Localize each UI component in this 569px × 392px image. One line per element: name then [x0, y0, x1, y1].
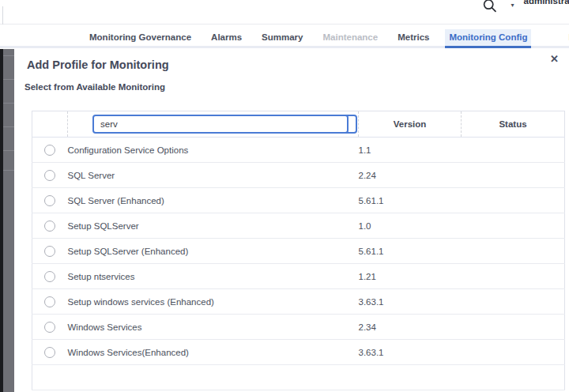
- column-header-version: Version: [359, 111, 462, 138]
- screen: ▾ administrator Monitoring GovernanceAla…: [0, 0, 569, 392]
- monitoring-table: Version Status Configuration Service Opt…: [32, 111, 565, 390]
- version-cell: 1.21: [359, 264, 462, 289]
- row-radio-cell: [32, 163, 68, 188]
- status-cell: [462, 340, 565, 365]
- profile-name-cell: Windows Services: [68, 315, 359, 340]
- table-row[interactable]: Windows Services2.34: [32, 315, 565, 340]
- profile-name-cell: Windows Services(Enhanced): [68, 340, 359, 365]
- version-cell: 2.24: [359, 163, 462, 188]
- user-menu-caret-icon[interactable]: ▾: [511, 2, 514, 9]
- status-cell: [462, 213, 565, 239]
- search-input-wrap: [92, 115, 347, 134]
- version-cell: 1.1: [359, 138, 462, 163]
- status-cell: [462, 264, 565, 289]
- backdrop-row-line: [3, 103, 14, 104]
- profile-name-cell: SQL Server (Enhanced): [68, 188, 359, 213]
- profile-name-cell: SQL Server: [68, 163, 359, 188]
- row-radio-cell: [32, 188, 68, 213]
- radio-button[interactable]: [44, 246, 55, 257]
- tabbar: Monitoring GovernanceAlarmsSummaryMainte…: [0, 24, 569, 48]
- table-row[interactable]: Setup windows services (Enhanced)3.63.1: [32, 289, 565, 315]
- radio-button[interactable]: [44, 145, 55, 156]
- table-empty-area: [32, 365, 565, 390]
- status-cell: [462, 138, 565, 163]
- tab-alarms[interactable]: Alarms: [207, 29, 246, 48]
- row-radio-cell: [32, 239, 68, 264]
- status-cell: [462, 289, 565, 315]
- backdrop-row-line: [3, 150, 14, 151]
- version-cell: 1.0: [359, 213, 462, 239]
- profile-name-cell: Setup windows services (Enhanced): [68, 289, 359, 315]
- tab-interfaces[interactable]: Interfaces: [564, 29, 569, 48]
- tab-maintenance: Maintenance: [319, 29, 382, 48]
- search-input[interactable]: [92, 115, 349, 134]
- radio-button[interactable]: [44, 322, 55, 333]
- close-icon[interactable]: ✕: [550, 54, 559, 65]
- backdrop-overlay-strip: [0, 49, 14, 392]
- profile-name-cell: Setup ntservices: [68, 264, 359, 289]
- topbar-right: ▾ administrator: [482, 0, 569, 17]
- row-radio-cell: [32, 264, 68, 289]
- status-cell: [462, 163, 565, 188]
- modal-subtitle: Select from Available Monitoring: [24, 82, 165, 92]
- backdrop-row-line: [3, 126, 14, 127]
- radio-button[interactable]: [44, 347, 55, 358]
- backdrop-row-line: [3, 170, 14, 171]
- table-row[interactable]: Setup SQLServer1.0: [32, 213, 565, 239]
- radio-button[interactable]: [44, 271, 55, 282]
- backdrop-row-line: [3, 79, 14, 80]
- column-header-select: [32, 111, 68, 138]
- radio-button[interactable]: [44, 195, 55, 206]
- row-radio-cell: [32, 213, 68, 239]
- table-row[interactable]: SQL Server2.24: [32, 163, 565, 188]
- table-row[interactable]: Windows Services(Enhanced)3.63.1: [32, 340, 565, 365]
- table-row[interactable]: Setup SQLServer (Enhanced)5.61.1: [32, 239, 565, 264]
- tab-monitoring-config[interactable]: Monitoring Config: [445, 29, 531, 48]
- table-row[interactable]: Setup ntservices1.21: [32, 264, 565, 289]
- tab-metrics[interactable]: Metrics: [394, 29, 433, 48]
- tab-monitoring-governance[interactable]: Monitoring Governance: [85, 29, 195, 48]
- username[interactable]: administrator: [524, 0, 569, 6]
- backdrop-row-line: [3, 55, 14, 56]
- table-header-row: Version Status: [32, 111, 565, 138]
- radio-button[interactable]: [44, 220, 55, 232]
- profile-name-cell: Setup SQLServer: [68, 213, 359, 239]
- row-radio-cell: [32, 315, 68, 340]
- status-cell: [462, 188, 565, 213]
- topbar: ▾ administrator: [0, 0, 569, 24]
- tab-summary[interactable]: Summary: [258, 29, 307, 48]
- table-row[interactable]: SQL Server (Enhanced)5.61.1: [32, 188, 565, 213]
- row-radio-cell: [32, 289, 68, 315]
- table-row[interactable]: Configuration Service Options1.1: [32, 138, 565, 163]
- status-cell: [462, 239, 565, 264]
- profile-name-cell: Setup SQLServer (Enhanced): [68, 239, 359, 264]
- add-profile-modal: ✕ Add Profile for Monitoring Select from…: [0, 48, 569, 392]
- version-cell: 5.61.1: [359, 239, 462, 264]
- profile-name-cell: Configuration Service Options: [68, 138, 359, 163]
- row-radio-cell: [32, 340, 68, 365]
- modal-title: Add Profile for Monitoring: [27, 58, 169, 71]
- version-cell: 2.34: [359, 315, 462, 340]
- radio-button[interactable]: [44, 296, 55, 307]
- column-header-status: Status: [462, 111, 565, 138]
- monitoring-table-wrap: Version Status Configuration Service Opt…: [32, 111, 566, 392]
- column-header-search: [68, 111, 359, 138]
- radio-button[interactable]: [44, 170, 55, 181]
- version-cell: 3.63.1: [359, 289, 462, 315]
- search-icon[interactable]: [482, 0, 498, 17]
- row-radio-cell: [32, 138, 68, 163]
- version-cell: 5.61.1: [359, 188, 462, 213]
- version-cell: 3.63.1: [359, 340, 462, 365]
- status-cell: [462, 315, 565, 340]
